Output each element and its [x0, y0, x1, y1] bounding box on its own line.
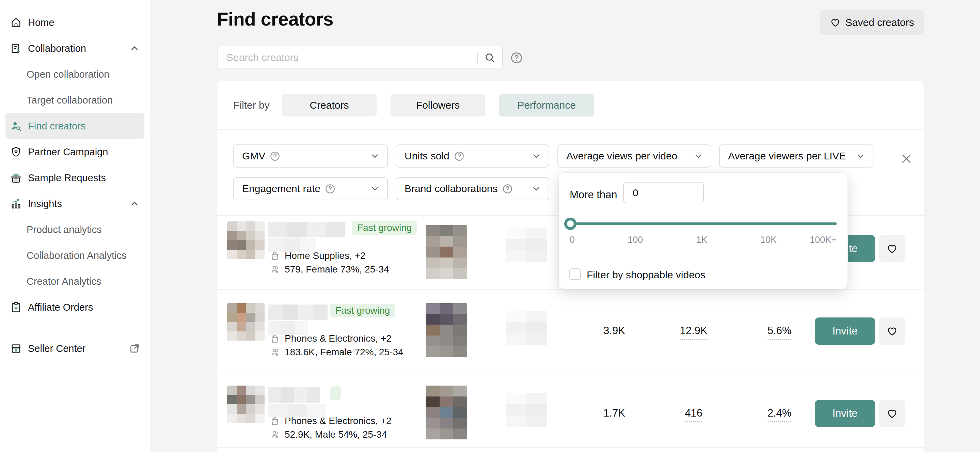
sidebar-item-affiliate-orders[interactable]: Affiliate Orders: [0, 294, 150, 320]
clipboard-icon: [10, 301, 22, 313]
creator-audience: 183.6K, Female 72%, 25-34: [270, 347, 404, 358]
dropdown-label: Average viewers per LIVE: [728, 150, 846, 162]
question-circle-icon[interactable]: [269, 151, 281, 162]
average-views-filter-popup: More than 0 100 1K 10K 100K+ Filter by s…: [559, 173, 848, 289]
tick-label: 0: [570, 235, 575, 245]
engagement-rate-dropdown[interactable]: Engagement rate: [233, 177, 388, 200]
video-thumbnail[interactable]: [426, 385, 467, 439]
close-filters-button[interactable]: [899, 151, 913, 166]
help-icon[interactable]: [510, 51, 523, 65]
creator-name-redacted: [268, 222, 345, 252]
tab-creators[interactable]: Creators: [282, 94, 377, 116]
slider-tick-labels: 0 100 1K 10K 100K+: [570, 235, 837, 246]
range-slider[interactable]: [570, 223, 837, 225]
video-thumbnail-faded[interactable]: [506, 228, 547, 262]
page-title: Find creators: [217, 8, 333, 30]
external-link-icon: [129, 343, 140, 354]
creator-category: Phones & Electronics, +2: [270, 333, 391, 344]
close-icon: [899, 151, 913, 166]
sidebar-item-find-creators[interactable]: Find creators: [5, 113, 145, 139]
average-viewers-per-live-dropdown[interactable]: Average viewers per LIVE: [719, 145, 873, 167]
video-thumbnail[interactable]: [426, 225, 467, 279]
creator-name-redacted: [268, 304, 328, 335]
video-thumbnail-faded[interactable]: [506, 393, 547, 427]
favorite-button[interactable]: [879, 400, 905, 427]
units-sold-dropdown[interactable]: Units sold: [396, 145, 549, 167]
creator-avatar[interactable]: [227, 303, 264, 341]
sidebar-item-label: Find creators: [28, 121, 86, 132]
person-icon: [270, 430, 280, 440]
fast-growing-badge: Fast growing: [330, 304, 395, 317]
chevron-up-icon[interactable]: [129, 198, 140, 210]
redacted-name-bar: [268, 387, 320, 403]
avg-views-value: 3.9K: [577, 325, 652, 337]
sidebar-item-sample-requests[interactable]: Sample Requests: [0, 165, 150, 191]
sidebar-item-seller-center[interactable]: Seller Center: [0, 336, 150, 361]
dropdown-label: Average views per video: [566, 150, 677, 162]
creator-avatar[interactable]: [227, 385, 264, 423]
question-circle-icon[interactable]: [453, 151, 465, 162]
badge-label: Fast growing: [336, 305, 390, 316]
redacted-name-bar: [268, 239, 316, 252]
sidebar: Home Collaboration Open collaboration Ta…: [0, 0, 150, 452]
fast-growing-badge: Fast growing: [352, 221, 417, 235]
average-views-per-video-dropdown[interactable]: Average views per video: [557, 145, 711, 167]
sidebar-item-label: Home: [28, 17, 54, 28]
slider-handle[interactable]: [564, 218, 576, 230]
sidebar-item-label: Open collaboration: [27, 69, 109, 80]
tab-performance[interactable]: Performance: [499, 94, 594, 116]
avg-viewers-value: 416: [656, 407, 731, 419]
chevron-down-icon: [693, 151, 704, 161]
favorite-button[interactable]: [879, 317, 905, 345]
heart-icon: [830, 17, 841, 28]
chevron-down-icon: [531, 151, 542, 161]
condition-label: More than: [570, 189, 617, 201]
tick-label: 10K: [760, 235, 777, 245]
sidebar-item-target-collaboration[interactable]: Target collaboration: [0, 87, 150, 113]
heart-icon: [886, 408, 898, 419]
sidebar-item-collaboration-analytics[interactable]: Collaboration Analytics: [0, 242, 150, 268]
search-icon[interactable]: [484, 52, 495, 64]
search-input[interactable]: [226, 52, 477, 64]
creator-category: Home Supplies, +2: [270, 250, 365, 261]
sidebar-item-home[interactable]: Home: [0, 10, 150, 35]
category-label: Phones & Electronics, +2: [285, 415, 391, 427]
chevron-down-icon: [531, 183, 542, 194]
creator-name-redacted: [268, 387, 326, 417]
sidebar-item-label: Collaboration: [28, 43, 86, 54]
search-divider: [477, 53, 478, 63]
fast-growing-badge: [330, 386, 341, 400]
tab-followers[interactable]: Followers: [391, 94, 485, 116]
sidebar-item-partner-campaign[interactable]: Partner Campaign: [0, 139, 150, 165]
saved-creators-button[interactable]: Saved creators: [820, 10, 924, 35]
shopping-bag-icon: [270, 333, 280, 344]
video-thumbnail[interactable]: [426, 303, 467, 357]
video-thumbnail-faded[interactable]: [506, 310, 547, 345]
invite-button[interactable]: Invite: [815, 317, 875, 345]
sidebar-item-label: Insights: [28, 198, 62, 210]
redacted-name-bar: [268, 222, 345, 237]
sidebar-item-collaboration[interactable]: Collaboration: [0, 35, 150, 61]
chevron-up-icon[interactable]: [129, 43, 140, 54]
shield-icon: [10, 146, 22, 158]
shoppable-videos-checkbox[interactable]: [570, 268, 581, 280]
min-value-input[interactable]: [623, 182, 704, 203]
question-circle-icon[interactable]: [502, 183, 513, 194]
invite-button[interactable]: Invite: [815, 400, 875, 427]
sidebar-item-insights[interactable]: Insights: [0, 191, 150, 216]
filter-tabs-row: Filter by Creators Followers Performance: [217, 81, 924, 130]
creator-avatar[interactable]: [227, 221, 264, 259]
chevron-down-icon: [855, 151, 866, 161]
dropdown-label: Units sold: [404, 150, 449, 162]
sidebar-item-product-analytics[interactable]: Product analytics: [0, 216, 150, 242]
gmv-dropdown[interactable]: GMV: [233, 145, 388, 167]
search-box: [217, 46, 503, 69]
tick-label: 100K+: [810, 235, 837, 245]
sidebar-item-open-collaboration[interactable]: Open collaboration: [0, 61, 150, 87]
sidebar-item-creator-analytics[interactable]: Creator Analytics: [0, 268, 150, 294]
brand-collaborations-dropdown[interactable]: Brand collaborations: [396, 177, 549, 200]
sidebar-divider: [10, 328, 140, 328]
question-circle-icon[interactable]: [325, 183, 336, 194]
audience-label: 52.9K, Male 54%, 25-34: [285, 429, 387, 440]
favorite-button[interactable]: [879, 235, 905, 262]
